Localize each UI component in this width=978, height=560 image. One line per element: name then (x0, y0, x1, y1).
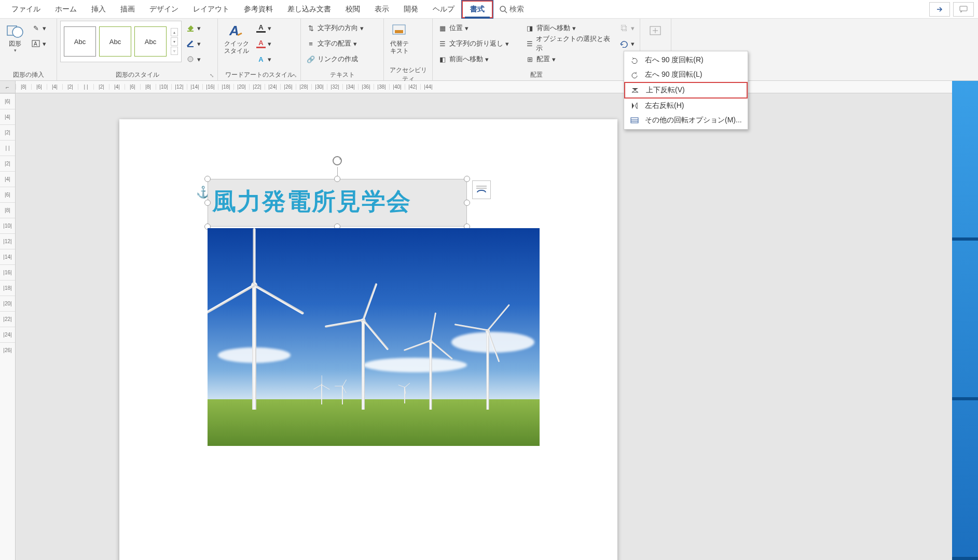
menu-rotate-right-90[interactable]: 右へ 90 度回転(R) (624, 53, 748, 67)
create-link-button[interactable]: 🔗リンクの作成 (304, 52, 380, 66)
tab-help[interactable]: ヘルプ (425, 2, 462, 17)
resize-handle-mr[interactable] (464, 200, 470, 206)
shape-fill-button[interactable]: ▾ (184, 21, 203, 35)
rotate-button[interactable]: ▾ (617, 36, 637, 51)
text-box-button[interactable]: A▾ (29, 36, 48, 51)
text-fill-button[interactable]: A▾ (254, 21, 273, 35)
text-direction-label: 文字列の方向 (318, 23, 358, 33)
rotate-icon (619, 39, 629, 48)
share-button[interactable] (929, 2, 950, 17)
gallery-spinner[interactable]: ▴▾▿ (171, 28, 178, 55)
bring-forward-button[interactable]: ◧前面へ移動 ▾ (436, 52, 521, 66)
page: ⚓ 風力発電所見学会 (119, 119, 617, 560)
vruler-tick: |22| (0, 311, 15, 327)
hruler-tick: |20| (233, 84, 249, 90)
document-canvas[interactable]: ⚓ 風力発電所見学会 (16, 93, 978, 560)
dialog-launcher-shape-styles[interactable]: ⤡ (210, 73, 216, 79)
text-outline-button[interactable]: A▾ (254, 36, 273, 51)
wind-farm-image[interactable] (208, 228, 540, 446)
tab-mailings[interactable]: 差し込み文書 (280, 2, 338, 17)
chevron-down-icon: ▾ (14, 48, 17, 53)
horizontal-ruler[interactable]: |8||6||4||2|| ||2||4||6||8||10||12||14||… (16, 81, 978, 93)
hruler-tick: |4| (47, 84, 62, 90)
menu-flip-horizontal[interactable]: 左右反転(H) (624, 99, 748, 113)
send-backward-button[interactable]: ◨背面へ移動 ▾ (523, 21, 615, 35)
menu-rotate-left-90[interactable]: 左へ 90 度回転(L) (624, 67, 748, 82)
menu-flip-vertical[interactable]: 上下反転(V) (624, 82, 748, 99)
tab-layout[interactable]: レイアウト (186, 2, 237, 17)
shape-style-gallery[interactable]: Abc Abc Abc ▴▾▿ (60, 21, 182, 62)
menu-rotate-left-label: 左へ 90 度回転(L) (645, 70, 702, 79)
hruler-tick: |32| (327, 84, 342, 90)
tab-review[interactable]: 校閲 (338, 2, 367, 17)
position-button[interactable]: ▦位置 ▾ (436, 21, 521, 35)
hruler-tick: |28| (296, 84, 311, 90)
shape-effects-button[interactable]: ▾ (184, 52, 203, 66)
hruler-tick: |10| (156, 84, 171, 90)
group-insert-shapes: 図形 ▾ ✎▾ A▾ 図形の挿入 (0, 19, 57, 80)
send-backward-icon: ◨ (525, 23, 534, 33)
alt-text-button[interactable]: 代替テ キスト (387, 21, 412, 56)
tab-design[interactable]: デザイン (142, 2, 186, 17)
vruler-tick: |16| (0, 264, 15, 280)
text-fill-icon: A (256, 23, 266, 33)
textbox-text[interactable]: 風力発電所見学会 (208, 179, 466, 224)
textbox-icon: A (31, 39, 40, 48)
selected-textbox[interactable]: 風力発電所見学会 (208, 179, 467, 227)
selection-pane-button[interactable]: ☰オブジェクトの選択と表示 (523, 36, 615, 51)
shapes-button[interactable]: 図形 ▾ (3, 21, 27, 54)
resize-handle-ml[interactable] (204, 200, 211, 206)
wrap-text-button[interactable]: ☰文字列の折り返し ▾ (436, 36, 521, 51)
quick-styles-label: クイック スタイル (224, 40, 249, 55)
style-swatch-3[interactable]: Abc (134, 26, 167, 57)
tab-view[interactable]: 表示 (367, 2, 396, 17)
windows-taskbar-sliver (952, 81, 978, 560)
svg-point-4 (12, 27, 23, 37)
comments-button[interactable] (953, 2, 974, 17)
text-effects-button[interactable]: A▾ (254, 52, 273, 66)
edit-shape-button[interactable]: ✎▾ (29, 21, 48, 35)
quick-styles-button[interactable]: A クイック スタイル (221, 21, 252, 56)
shape-outline-button[interactable]: ▾ (184, 36, 203, 51)
tab-format[interactable]: 書式 (462, 1, 493, 18)
wrap-text-label: 文字列の折り返し (449, 39, 503, 48)
search-label: 検索 (509, 5, 524, 14)
flip-horizontal-icon (629, 101, 640, 110)
svg-rect-15 (631, 118, 638, 123)
size-button[interactable] (643, 21, 667, 40)
align-button[interactable]: ⊞配置 ▾ (523, 52, 615, 66)
dialog-launcher-wordart[interactable]: ⤡ (293, 73, 299, 79)
style-swatch-1[interactable]: Abc (64, 26, 96, 57)
vertical-ruler[interactable]: |6||4||2|| ||2||4||6||8||10||12||14||16|… (0, 93, 16, 560)
tab-file[interactable]: ファイル (4, 2, 48, 17)
svg-point-0 (500, 6, 505, 11)
vruler-tick: |14| (0, 249, 15, 264)
resize-handle-tl[interactable] (204, 176, 211, 182)
hruler-tick: |42| (405, 84, 420, 90)
tab-insert[interactable]: 挿入 (84, 2, 113, 17)
layout-options-button[interactable] (472, 180, 491, 199)
vruler-tick: |26| (0, 342, 15, 358)
grass (208, 399, 540, 446)
tab-references[interactable]: 参考資料 (237, 2, 280, 17)
text-direction-button[interactable]: ⇅文字列の方向 ▾ (304, 21, 380, 35)
position-label: 位置 (449, 23, 463, 33)
resize-handle-tr[interactable] (464, 176, 470, 182)
search-box[interactable]: 検索 (499, 5, 524, 14)
tab-developer[interactable]: 開発 (396, 2, 425, 17)
menu-more-rotation-options[interactable]: その他の回転オプション(M)... (624, 113, 748, 128)
tab-home[interactable]: ホーム (48, 2, 84, 17)
rotation-handle[interactable] (331, 155, 343, 167)
style-swatch-2[interactable]: Abc (99, 26, 131, 57)
text-align-button[interactable]: ≡文字の配置 ▾ (304, 36, 380, 51)
menu-tabs: ファイル ホーム 挿入 描画 デザイン レイアウト 参考資料 差し込み文書 校閲… (0, 0, 978, 19)
alt-text-icon (391, 22, 408, 39)
tab-draw[interactable]: 描画 (113, 2, 142, 17)
vruler-tick: | | (0, 140, 15, 156)
resize-handle-tm[interactable] (334, 176, 340, 182)
group-label-text: テキスト (304, 69, 380, 79)
group-button[interactable]: ⿻▾ (617, 21, 637, 35)
menu-flip-vertical-label: 上下反転(V) (646, 86, 685, 95)
group-wordart-styles: A クイック スタイル A▾ A▾ A▾ ワードアートのスタイル ⤡ (218, 19, 301, 80)
bring-forward-icon: ◧ (438, 54, 447, 64)
